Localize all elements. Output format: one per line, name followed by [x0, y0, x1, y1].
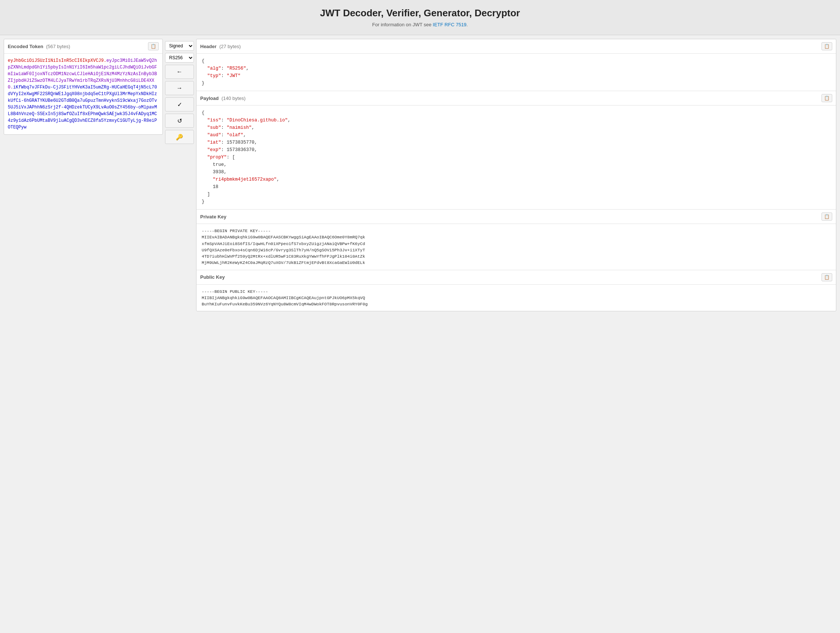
- public-key-line1: -----BEGIN PUBLIC KEY-----: [202, 288, 831, 295]
- header-section-title: Header (27 bytes): [200, 44, 241, 49]
- key-icon: 🔑: [176, 134, 183, 141]
- refresh-button[interactable]: ↺: [165, 114, 194, 128]
- page-title: JWT Decoder, Verifier, Generator, Decryp…: [7, 7, 833, 19]
- header-copy-button[interactable]: 📋: [821, 42, 832, 51]
- algorithm-dropdown[interactable]: RS256 HS256 HS384 HS512: [165, 53, 194, 63]
- payload-section: Payload (140 bytes) 📋 { "iss": "DinoChie…: [196, 91, 836, 209]
- private-key-line5: 4TD7iubhHlWVPf259yQ2MtRx+xdlUR5wF1C83RuX…: [202, 253, 831, 260]
- header-section-header: Header (27 bytes) 📋: [196, 39, 836, 54]
- private-key-line4: U9fQXSAze0eFbxo4sCqn6DjWi6cP/Gvryg3SlTh7…: [202, 247, 831, 253]
- encoded-token-panel: Encoded Token (567 bytes) 📋 eyJhbGciOiJS…: [4, 39, 163, 135]
- encoded-token-header: Encoded Token (567 bytes) 📋: [4, 39, 163, 54]
- right-panel: Header (27 bytes) 📋 { "alg": "RS256", "t…: [196, 39, 836, 311]
- header-section: Header (27 bytes) 📋 { "alg": "RS256", "t…: [196, 39, 836, 91]
- private-key-line1: -----BEGIN PRIVATE KEY-----: [202, 228, 831, 234]
- encoded-token-title: Encoded Token (567 bytes): [8, 44, 70, 49]
- public-key-line3: BuYhKIuFunvFuvkKeBu359NVz6YqNYQu8W8cmVIq…: [202, 301, 831, 307]
- private-key-content: -----BEGIN PRIVATE KEY----- MIIEvAIBADAN…: [196, 224, 836, 270]
- controls-panel: Signed Encrypted RS256 HS256 HS384 HS512…: [163, 39, 196, 146]
- private-key-header: Private Key 📋: [196, 209, 836, 224]
- decode-left-button[interactable]: ←: [165, 65, 194, 79]
- token-part4: iKfWbq7vJFFkDu-CjJSFitYHVeK3aI5umZRg-HUC…: [8, 85, 157, 130]
- refresh-icon: ↺: [177, 117, 182, 124]
- private-key-line2: MIIEvAIBADANBgkqhkiG9w0BAQEFAASCBKYwggSi…: [202, 234, 831, 240]
- encode-right-button[interactable]: →: [165, 81, 194, 95]
- private-key-title: Private Key: [200, 214, 226, 220]
- rfc-link[interactable]: IETF RFC 7519: [433, 22, 467, 27]
- token-type-dropdown[interactable]: Signed Encrypted: [165, 41, 194, 51]
- payload-section-header: Payload (140 bytes) 📋: [196, 91, 836, 106]
- encoded-token-copy-button[interactable]: 📋: [148, 42, 159, 51]
- main-layout: Encoded Token (567 bytes) 📋 eyJhbGciOiJS…: [0, 35, 840, 315]
- payload-copy-button[interactable]: 📋: [821, 94, 832, 102]
- right-arrow-icon: →: [177, 85, 182, 92]
- page-subtitle: For information on JWT see IETF RFC 7519…: [7, 22, 833, 27]
- page-header: JWT Decoder, Verifier, Generator, Decryp…: [0, 0, 840, 35]
- payload-json-content: { "iss": "DinoChiesa.github.io", "sub": …: [196, 106, 836, 209]
- public-key-header: Public Key 📋: [196, 270, 836, 285]
- public-key-content: -----BEGIN PUBLIC KEY----- MIIBIjANBgkqh…: [196, 285, 836, 311]
- token-part1: eyJhbGciOiJSUzI1NiIsInR5cCI6IkpXVCJ9.: [8, 58, 106, 63]
- left-arrow-icon: ←: [177, 68, 182, 75]
- public-key-copy-button[interactable]: 📋: [821, 273, 832, 281]
- public-key-line2: MIIBIjANBgkqhkiG9w0BAQEFAAOCAQ8AMIIBCgKC…: [202, 295, 831, 301]
- key-button[interactable]: 🔑: [165, 130, 194, 144]
- payload-section-title: Payload (140 bytes): [200, 95, 246, 101]
- verify-button[interactable]: ✓: [165, 97, 194, 111]
- header-json-content: { "alg": "RS256", "typ": "JWT" }: [196, 54, 836, 91]
- private-key-line3: xfmSpVAHJiEoi8S6fIS/IqwHLfn01XPpeo1fS7xb…: [202, 241, 831, 247]
- public-key-section: Public Key 📋 -----BEGIN PUBLIC KEY----- …: [196, 270, 836, 311]
- private-key-line6: MjM9UWLjhR2KeWyKZ4C0aJMqRzQ7uXGV/7UkB1ZF…: [202, 260, 831, 266]
- private-key-copy-button[interactable]: 📋: [821, 212, 832, 221]
- private-key-section: Private Key 📋 -----BEGIN PRIVATE KEY----…: [196, 209, 836, 270]
- encoded-token-text: eyJhbGciOiJSUzI1NiIsInR5cCI6IkpXVCJ9.eyJ…: [4, 54, 163, 135]
- check-icon: ✓: [177, 101, 182, 108]
- public-key-title: Public Key: [200, 274, 224, 280]
